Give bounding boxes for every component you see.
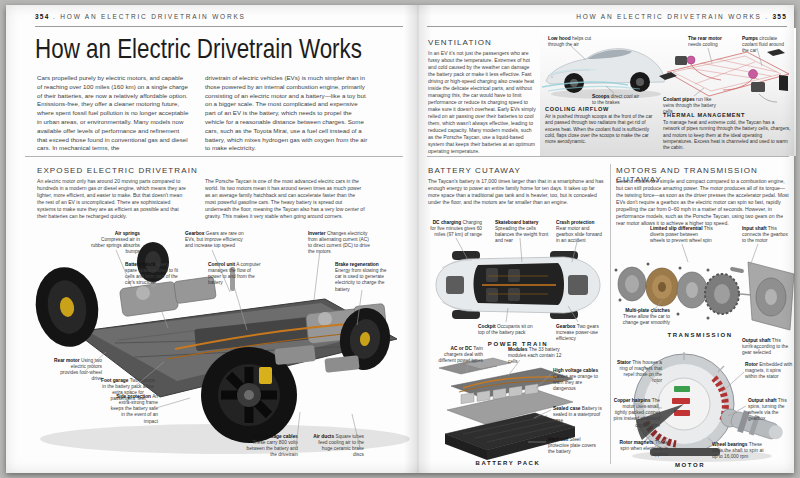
motor-label: MOTOR bbox=[660, 462, 720, 468]
left-page-number: 354 bbox=[35, 13, 49, 20]
left-section-rule bbox=[25, 156, 403, 157]
transmission-label: TRANSMISSION bbox=[655, 332, 745, 338]
callout-powertrain-gearbox: Gearbox Two gears increase power-use eff… bbox=[556, 324, 606, 342]
callout-rear-motor-cooling: The rear motor needs cooling bbox=[688, 36, 734, 48]
right-header-title: HOW AN ELECTRIC DRIVETRAIN WORKS bbox=[576, 13, 761, 20]
callout-hard-cell: Hard cell Steel protective plate covers … bbox=[548, 437, 602, 455]
cooling-airflow-body: Air is pushed through scoops at the fron… bbox=[545, 114, 655, 146]
header-separator: . bbox=[765, 13, 769, 20]
callout-high-voltage-cables: High voltage cables These carry 800 volt… bbox=[240, 434, 298, 459]
callout-pumps: Pumps circulate coolant fluid around the… bbox=[742, 36, 790, 54]
callout-wheel-bearings: Wheel bearings These allow the shaft to … bbox=[712, 442, 766, 460]
callout-gearbox: Gearbox Gears are rare on EVs, but impro… bbox=[185, 231, 245, 249]
cooling-airflow-heading: COOLING AIRFLOW bbox=[545, 106, 655, 112]
battery-cutaway-heading: BATTERY CUTAWAY bbox=[428, 166, 521, 175]
callout-side-protection: Side protection An extra-strong frame ke… bbox=[106, 394, 158, 425]
exposed-heading: EXPOSED ELECTRIC DRIVETRAIN bbox=[37, 166, 198, 175]
callout-inverter: Inverter Changes electricity from altern… bbox=[308, 231, 372, 256]
cooling-airflow-caption: COOLING AIRFLOW Air is pushed through sc… bbox=[545, 106, 655, 146]
right-page-number: 355 bbox=[773, 13, 787, 20]
thermal-management-body: To manage heat and extreme cold, the Tay… bbox=[663, 120, 791, 152]
callout-stator: Stator This houses a ring of magnets tha… bbox=[616, 360, 662, 385]
callout-air-ducts: Air ducts Square tubes feed cooling air … bbox=[312, 434, 364, 459]
callout-battery-block: Battery block Every spare space is used … bbox=[125, 262, 181, 287]
powertrain-topview-illustration bbox=[428, 248, 608, 322]
callout-skateboard-battery: Skateboard battery Spreading the cells b… bbox=[495, 220, 551, 245]
exposed-column-2: The Porsche Taycan is one of the most ad… bbox=[205, 178, 367, 220]
motors-body: Electric motors are simple and compact c… bbox=[616, 178, 792, 227]
ventilation-heading: VENTILATION bbox=[428, 38, 492, 47]
callout-crash-protection: Crash protection Rear motor and gearbox … bbox=[556, 220, 606, 245]
callout-motor-output-shaft: Output shaft This spins, turning the whe… bbox=[748, 398, 794, 423]
callout-rear-motor: Rear motor Using two electric motors pro… bbox=[52, 358, 102, 383]
intro-column-1: Cars propelled purely by electric motors… bbox=[37, 74, 190, 153]
callout-low-hood: Low hood helps cut through the air bbox=[548, 36, 592, 48]
callout-sealed-case: Sealed case Battery is sealed in a water… bbox=[553, 406, 605, 424]
callout-rotor: Rotor Embedded with magnets, it spins wi… bbox=[745, 362, 793, 380]
header-separator: . bbox=[53, 13, 57, 20]
thermal-management-heading: THERMAL MANAGEMENT bbox=[663, 112, 791, 118]
callout-dc-charging: DC charging Charging for five minutes gi… bbox=[430, 220, 482, 238]
callout-pack-high-voltage-cables: High voltage cables Cables are orange to… bbox=[553, 368, 605, 393]
thermal-management-caption: THERMAL MANAGEMENT To manage heat and ex… bbox=[663, 112, 791, 152]
left-header-rule bbox=[35, 26, 403, 27]
callout-modules: Modules The 33 battery modules each cont… bbox=[508, 347, 568, 365]
right-section-rule bbox=[427, 156, 789, 157]
battery-pack-label: BATTERY PACK bbox=[428, 460, 588, 466]
callout-ac-or-dc: AC or DC Twin chargers deal with differe… bbox=[438, 346, 483, 364]
callout-scoops: Scoops direct cool air to the brakes bbox=[592, 94, 642, 106]
ventilation-body: In an EV it's not just the passengers wh… bbox=[428, 50, 536, 155]
callout-air-springs: Air springs Compressed air in rubber spr… bbox=[88, 231, 140, 256]
intro-column-2: drivetrain of electric vehicles (EVs) is… bbox=[205, 74, 369, 153]
callout-control-unit: Control unit A computer manages the flow… bbox=[208, 262, 262, 287]
exposed-column-1: An electric motor only has around 20 mov… bbox=[37, 178, 189, 220]
book-spread-page: { "colors": { "cable_orange": "#c8791e",… bbox=[0, 0, 800, 478]
callout-copper-hairpins: Copper hairpins The motor uses small, ti… bbox=[610, 398, 660, 429]
callout-multi-plate-clutches: Multi-plate clutches These allow the car… bbox=[614, 308, 670, 326]
battery-cutaway-body: The Taycan's battery is 17,000 times lar… bbox=[428, 178, 604, 206]
right-page-header: HOW AN ELECTRIC DRIVETRAIN WORKS . 355 bbox=[576, 13, 787, 20]
right-header-rule bbox=[427, 26, 787, 27]
page-title: How an Electric Drivetrain Works bbox=[35, 33, 362, 65]
callout-cockpit: Cockpit Occupants sit on top of the batt… bbox=[478, 324, 536, 336]
left-header-title: HOW AN ELECTRIC DRIVETRAIN WORKS bbox=[60, 13, 245, 20]
callout-rotor-magnets: Rotor magnets These spin when electricit… bbox=[618, 440, 668, 458]
callout-brake-regeneration: Brake regeneration Energy from slowing t… bbox=[335, 262, 393, 293]
left-page-header: 354 . HOW AN ELECTRIC DRIVETRAIN WORKS bbox=[35, 13, 246, 20]
